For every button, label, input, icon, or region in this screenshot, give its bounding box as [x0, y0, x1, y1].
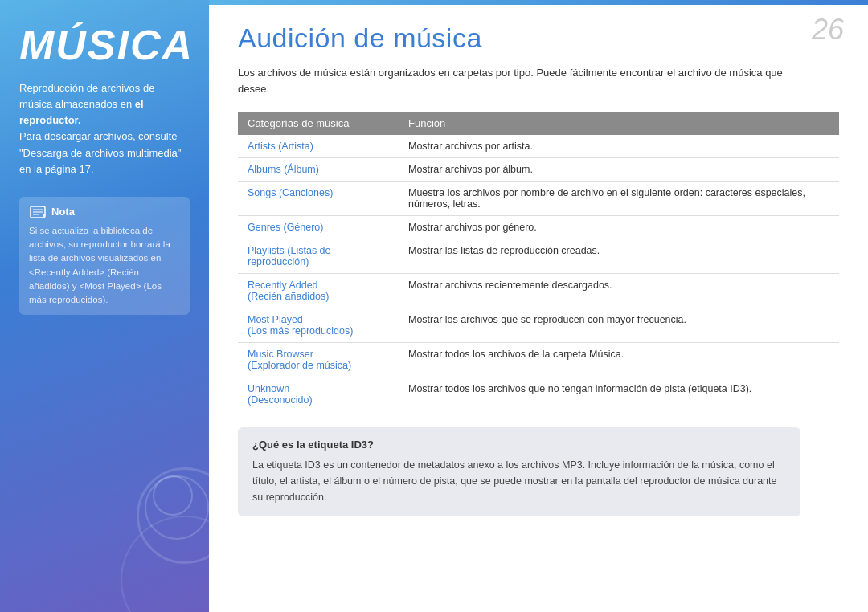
col-header-category: Categorías de música — [238, 112, 399, 135]
nota-box: Nota Si se actualiza la biblioteca de ar… — [19, 197, 190, 316]
table-cell-category: Songs (Canciones) — [238, 182, 399, 216]
table-cell-function: Mostrar archivos por artista. — [399, 135, 839, 158]
table-cell-function: Mostrar archivos recientemente descargad… — [399, 274, 839, 308]
table-row: Unknown (Desconocido)Mostrar todos los a… — [238, 377, 839, 412]
table-cell-category: Recently Added (Recién añadidos) — [238, 274, 399, 308]
top-accent — [209, 0, 868, 5]
nota-label: Nota — [51, 206, 75, 218]
col-header-function: Función — [399, 112, 839, 135]
table-cell-category: Genres (Género) — [238, 216, 399, 239]
deco-circle-4 — [121, 516, 209, 612]
note-icon — [29, 205, 47, 219]
id3-box: ¿Qué es la etiqueta ID3? La etiqueta ID3… — [238, 427, 800, 516]
table-cell-function: Mostrar archivos por álbum. — [399, 158, 839, 182]
intro-text: Los archivos de música están organizados… — [238, 65, 792, 97]
id3-title: ¿Qué es la etiqueta ID3? — [252, 439, 786, 451]
nota-header: Nota — [29, 205, 180, 219]
music-table: Categorías de música Función Artists (Ar… — [238, 112, 839, 411]
sidebar-description: Reproducción de archivos de música almac… — [19, 80, 190, 177]
table-cell-function: Mostrar los archivos que se reproducen c… — [399, 308, 839, 343]
deco-circle-3 — [153, 475, 193, 516]
table-row: Playlists (Listas de reproducción)Mostra… — [238, 239, 839, 274]
table-row: Most Played (Los más reproducidos)Mostra… — [238, 308, 839, 343]
table-row: Albums (Álbum)Mostrar archivos por álbum… — [238, 158, 839, 182]
table-cell-category: Albums (Álbum) — [238, 158, 399, 182]
page-number: 26 — [812, 13, 844, 47]
table-cell-category: Most Played (Los más reproducidos) — [238, 308, 399, 343]
table-row: Artists (Artista)Mostrar archivos por ar… — [238, 135, 839, 158]
sidebar-title: MÚSICA — [19, 24, 190, 66]
table-cell-function: Muestra los archivos por nombre de archi… — [399, 182, 839, 216]
table-row: Recently Added (Recién añadidos)Mostrar … — [238, 274, 839, 308]
id3-text: La etiqueta ID3 es un contenedor de meta… — [252, 457, 786, 505]
table-cell-category: Unknown (Desconocido) — [238, 377, 399, 412]
table-row: Music Browser (Explorador de música)Most… — [238, 343, 839, 377]
table-header-row: Categorías de música Función — [238, 112, 839, 135]
table-cell-category: Music Browser (Explorador de música) — [238, 343, 399, 377]
table-cell-function: Mostrar todos los archivos de la carpeta… — [399, 343, 839, 377]
page-title: Audición de música — [238, 22, 839, 54]
table-cell-category: Artists (Artista) — [238, 135, 399, 158]
table-cell-category: Playlists (Listas de reproducción) — [238, 239, 399, 274]
table-cell-function: Mostrar todos los archivos que no tengan… — [399, 377, 839, 412]
table-row: Genres (Género)Mostrar archivos por géne… — [238, 216, 839, 239]
sidebar: MÚSICA Reproducción de archivos de músic… — [0, 0, 209, 612]
nota-text: Si se actualiza la biblioteca de archivo… — [29, 224, 180, 308]
main-content: 26 Audición de música Los archivos de mú… — [209, 0, 868, 612]
table-cell-function: Mostrar las listas de reproducción cread… — [399, 239, 839, 274]
table-cell-function: Mostrar archivos por género. — [399, 216, 839, 239]
table-row: Songs (Canciones)Muestra los archivos po… — [238, 182, 839, 216]
